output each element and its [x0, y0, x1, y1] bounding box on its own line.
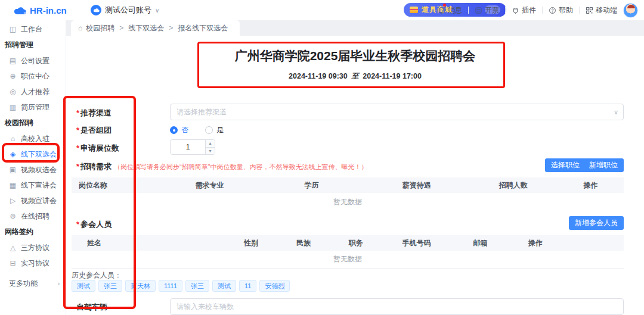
booth-count-value[interactable]: 1: [171, 140, 205, 154]
history-attendee-tag[interactable]: 张三: [185, 280, 209, 292]
sidebar-item-online-recruitment[interactable]: ⊚ 在线招聘: [0, 208, 66, 224]
add-job-button[interactable]: 新增职位: [583, 158, 624, 172]
sidebar-item-label: 在线招聘: [21, 211, 49, 222]
booths-label: 申请展位数: [80, 144, 119, 152]
chevron-right-icon: ›: [58, 280, 60, 287]
plugin-icon: [512, 7, 519, 14]
sidebar-item-label: 线下宣讲会: [21, 180, 57, 191]
breadcrumb-part[interactable]: 校园招聘: [86, 23, 114, 33]
sidebar-item-resume-management[interactable]: ▥ 简历管理: [0, 99, 66, 115]
sidebar-section-online-signing: 网络签约: [0, 224, 66, 240]
field-label-jobs: *招聘需求（岗位填写请务必同步“招聘简章”中岗位数量、内容，不然导致无法线上宣传…: [76, 161, 367, 172]
sidebar-item-label: 视频宣讲会: [21, 196, 57, 206]
mobile-qr-button[interactable]: 移动端: [586, 5, 617, 15]
sidebar-item-label: 高校入驻: [21, 134, 49, 144]
event-end-time: 2024-11-19 17:00: [363, 72, 422, 80]
channel-select[interactable]: [170, 104, 624, 120]
resume-management-icon: ▥: [9, 103, 17, 111]
field-label-channel: *推荐渠道: [76, 108, 112, 118]
jobs-hint: （岗位填写请务必同步“招聘简章”中岗位数量、内容，不然导致无法线上宣传、曝光！）: [114, 163, 367, 170]
sidebar-item-job-center[interactable]: ⊕ 职位中心: [0, 68, 66, 84]
jobs-label: 招聘需求: [80, 162, 112, 171]
header-actions: 消息 开票 插件 帮助 移动端: [438, 0, 638, 20]
sidebar-item-tripartite-agreement[interactable]: △ 三方协议: [0, 240, 66, 255]
sidebar-item-video-job-fair[interactable]: ▣ 视频双选会: [0, 162, 66, 177]
plugin-button[interactable]: 插件: [512, 5, 536, 15]
section-divider: [72, 268, 624, 269]
mobile-label: 移动端: [596, 5, 617, 15]
invoice-label: 开票: [485, 5, 499, 15]
add-attendee-button[interactable]: 新增参会人员: [569, 216, 624, 230]
history-attendee-tag[interactable]: 测试: [212, 280, 236, 292]
form-content: 广州华商学院2025届毕业生秋季校园招聘会 2024-11-19 09:30 至…: [66, 36, 644, 315]
required-mark: *: [76, 126, 79, 135]
breadcrumb-part[interactable]: 报名线下双选会: [178, 23, 228, 33]
column-header: 岗位名称: [72, 180, 160, 191]
sidebar-item-company-settings[interactable]: ▤ 公司设置: [0, 53, 66, 68]
invoice-icon: [475, 7, 482, 14]
internship-agreement-icon: ⊟: [9, 259, 17, 267]
company-settings-icon: ▤: [9, 57, 17, 65]
sidebar-more-functions[interactable]: 更多功能 ›: [0, 276, 66, 291]
sidebar-item-label: 职位中心: [21, 71, 49, 82]
sidebar-item-offline-info-session[interactable]: ▦ 线下宣讲会: [0, 177, 66, 193]
account-avatar: [91, 5, 101, 15]
help-label: 帮助: [559, 5, 573, 15]
sidebar-item-video-info-session[interactable]: ▷ 视频宣讲会: [0, 193, 66, 208]
sidebar-item-university-entry[interactable]: ⌂ 高校入驻: [0, 131, 66, 146]
select-job-button[interactable]: 选择职位: [545, 158, 586, 172]
main-area: ⌂ 校园招聘 > 线下双选会 > 报名线下双选会 广州华商学院2025届毕业生秋…: [66, 20, 644, 315]
sidebar-item-offline-job-fair[interactable]: ◈ 线下双选会: [0, 146, 66, 162]
sidebar-item-label: 公司设置: [21, 56, 49, 66]
user-avatar[interactable]: [623, 3, 638, 18]
radio-label: 是: [216, 125, 224, 135]
radio-option-no[interactable]: 否: [170, 125, 188, 135]
group-radio-row: 否 是: [170, 125, 224, 135]
column-header: 薪资待遇: [364, 180, 469, 191]
booth-count-stepper[interactable]: 1 ▲ ▼: [170, 139, 215, 155]
column-header: 操作: [558, 180, 624, 191]
sidebar-collapse-icon[interactable]: ‹: [58, 148, 60, 155]
notification-badge: [443, 4, 446, 7]
breadcrumb-part[interactable]: 线下双选会: [128, 23, 164, 33]
column-header: 性别: [226, 238, 275, 248]
event-time: 2024-11-19 09:30 至 2024-11-19 17:00: [66, 71, 644, 82]
app-logo[interactable]: HR-in.cn: [0, 5, 91, 15]
history-attendee-tag[interactable]: 11: [239, 280, 256, 292]
sidebar-item-label: 三方协议: [21, 243, 49, 253]
attendees-label: 参会人员: [80, 220, 112, 229]
logo-text: HR-in.cn: [30, 5, 67, 15]
account-switcher[interactable]: 测试公司账号 ∨: [91, 5, 159, 15]
sidebar-item-talent-recommend[interactable]: ◎ 人才推荐: [0, 84, 66, 99]
history-attendee-tag[interactable]: 张三: [98, 280, 122, 292]
channel-label: 推荐渠道: [80, 108, 112, 117]
radio-option-yes[interactable]: 是: [205, 125, 224, 135]
history-attendee-tag[interactable]: 测试: [72, 280, 95, 292]
offline-info-session-icon: ▦: [9, 181, 17, 189]
stepper-up-icon[interactable]: ▲: [206, 140, 215, 148]
invoice-button[interactable]: 开票: [475, 5, 499, 15]
radio-unchecked-icon: [205, 126, 213, 134]
sidebar-item-label: 线下双选会: [21, 149, 57, 160]
required-mark: *: [76, 144, 79, 152]
sidebar: ◫ 工作台 招聘管理 ▤ 公司设置 ⊕ 职位中心 ◎ 人才推荐 ▥ 简历管理 校…: [0, 20, 66, 315]
radio-checked-icon: [170, 126, 178, 134]
history-attendee-tag[interactable]: 安德烈: [259, 280, 290, 292]
messages-button[interactable]: 消息: [438, 5, 462, 15]
job-center-icon: ⊕: [9, 72, 17, 80]
sidebar-item-internship-agreement[interactable]: ⊟ 实习协议: [0, 255, 66, 271]
breadcrumb[interactable]: ⌂ 校园招聘 > 线下双选会 > 报名线下双选会: [71, 20, 240, 36]
history-attendees-label: 历史参会人员：: [72, 270, 122, 280]
messages-label: 消息: [448, 5, 462, 15]
column-header: 姓名: [72, 238, 226, 248]
event-title: 广州华商学院2025届毕业生秋季校园招聘会: [66, 48, 644, 64]
vehicle-input[interactable]: [170, 298, 624, 315]
workbench-icon: ◫: [9, 25, 17, 33]
column-header: 手机号码: [381, 238, 453, 248]
sidebar-item-workbench[interactable]: ◫ 工作台: [0, 21, 66, 37]
history-attendee-tag[interactable]: 黄天林: [125, 280, 156, 292]
help-button[interactable]: 帮助: [549, 5, 573, 15]
history-attendee-tag[interactable]: 1111: [159, 280, 182, 292]
stepper-down-icon[interactable]: ▼: [206, 148, 215, 155]
event-start-time: 2024-11-19 09:30: [289, 72, 348, 80]
